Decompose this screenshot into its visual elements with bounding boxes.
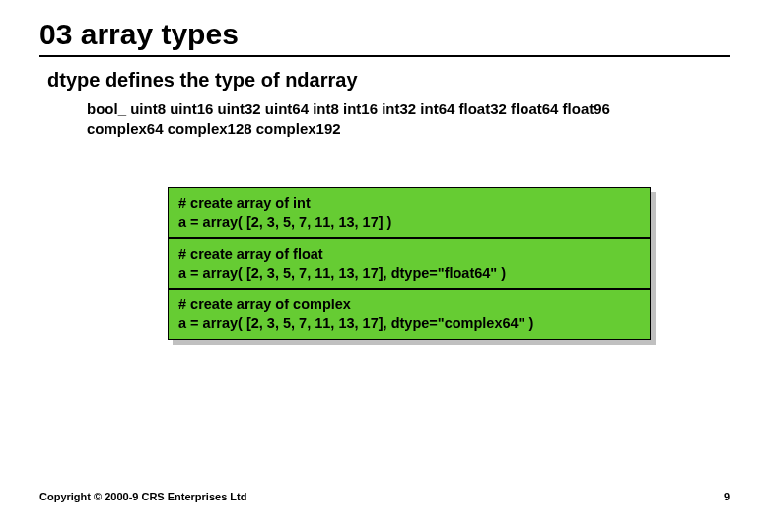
slide-title: 03 array types xyxy=(39,18,730,57)
slide-subtitle: dtype defines the type of ndarray xyxy=(47,69,730,92)
code-comment: # create array of complex xyxy=(178,296,640,314)
code-box-wrapper: # create array of int a = array( [2, 3, … xyxy=(168,187,651,238)
code-line: a = array( [2, 3, 5, 7, 11, 13, 17], dty… xyxy=(178,264,640,283)
code-line: a = array( [2, 3, 5, 7, 11, 13, 17] ) xyxy=(178,213,640,232)
code-box-float: # create array of float a = array( [2, 3… xyxy=(168,238,651,290)
code-prefix: a = array( [2, 3, 5, 7, 11, 13, 17], xyxy=(178,315,391,331)
code-prefix: a = array( [2, 3, 5, 7, 11, 13, 17], xyxy=(178,265,391,281)
footer: Copyright © 2000-9 CRS Enterprises Ltd 9 xyxy=(39,491,730,502)
code-box-complex: # create array of complex a = array( [2,… xyxy=(168,289,651,340)
code-comment: # create array of float xyxy=(178,245,640,264)
code-suffix: ) xyxy=(524,315,533,331)
copyright: Copyright © 2000-9 CRS Enterprises Ltd xyxy=(39,491,246,502)
code-line: a = array( [2, 3, 5, 7, 11, 13, 17], dty… xyxy=(178,314,640,333)
code-comment: # create array of int xyxy=(178,194,640,213)
code-box-int: # create array of int a = array( [2, 3, … xyxy=(168,187,651,238)
dtype-list: bool_ uint8 uint16 uint32 uint64 int8 in… xyxy=(87,100,690,138)
page-number: 9 xyxy=(724,491,730,502)
code-bold: dtype="float64" xyxy=(391,265,498,281)
code-box-wrapper: # create array of float a = array( [2, 3… xyxy=(168,238,651,290)
code-suffix: ) xyxy=(497,265,506,281)
code-boxes-container: # create array of int a = array( [2, 3, … xyxy=(168,187,651,340)
code-bold: dtype="complex64" xyxy=(391,315,525,331)
code-box-wrapper: # create array of complex a = array( [2,… xyxy=(168,289,651,340)
